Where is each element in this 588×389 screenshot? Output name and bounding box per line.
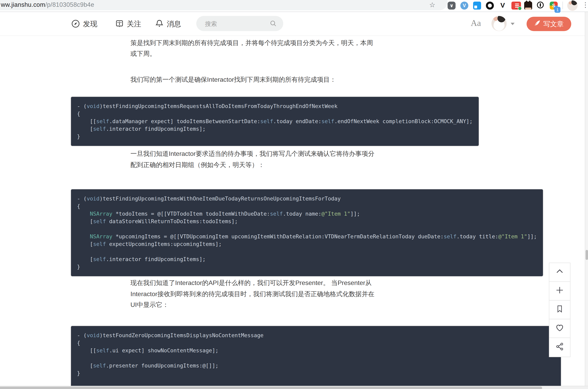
chevron-up-icon [555, 267, 564, 278]
vertical-scrollbar-thumb[interactable] [586, 250, 588, 260]
horizontal-scrollbar-thumb[interactable] [0, 387, 542, 389]
extension-s-grid-icon[interactable]: S1 [550, 1, 558, 10]
search-input[interactable] [204, 20, 266, 27]
nav-item-label: 关注 [127, 19, 141, 29]
extension-blue-tab-icon[interactable] [473, 1, 481, 10]
article-side-toolbar [549, 263, 570, 357]
share-icon [555, 342, 564, 353]
subscription-card-icon [115, 19, 124, 28]
extension-badge: 1 [554, 7, 560, 13]
code-block-interactor-test: - (void)testFindingUpcomingItemsRequests… [71, 97, 479, 146]
site-navbar: 发现 关注 消息 [0, 12, 585, 36]
compass-icon [71, 19, 80, 28]
vertical-scrollbar[interactable] [585, 12, 588, 386]
extension-v-dot-icon[interactable]: V [499, 1, 507, 10]
bookmark-star-icon[interactable]: ☆ [429, 0, 436, 10]
browser-toolbar: ww.jianshu.com/p/8103058c9b4e ☆ ∨ V V S1… [0, 0, 588, 12]
browser-profile-avatar[interactable] [567, 0, 578, 11]
follow-author-button[interactable] [549, 282, 570, 300]
bookmark-button[interactable] [549, 300, 570, 319]
article-paragraph: 现在我们知道了Interactor的API是什么样的，我们可以开发Present… [130, 277, 386, 310]
extension-onepassword-icon[interactable] [537, 1, 545, 10]
quill-icon [534, 20, 541, 28]
like-button[interactable] [549, 319, 570, 338]
nav-item-label: 消息 [167, 19, 181, 29]
extension-todo-list-icon[interactable] [512, 1, 519, 10]
write-article-label: 写文章 [543, 19, 564, 29]
article-paragraph: 我们写的第一个测试是确保Interactor找到下周末到期的所有待完成项目： [130, 74, 386, 85]
url-path: /p/8103058c9b4e [45, 1, 94, 8]
code-block-presenter-test: - (void)testFoundZeroUpcomingItemsDispla… [71, 326, 561, 389]
bookmark-icon [555, 304, 564, 315]
write-article-button[interactable]: 写文章 [527, 17, 571, 31]
url-host: ww.jianshu.com [1, 1, 45, 8]
extension-black-ring-icon[interactable] [486, 1, 494, 10]
nav-item-messages[interactable]: 消息 [155, 12, 181, 35]
extension-pocket-icon[interactable]: ∨ [448, 1, 456, 10]
page-url[interactable]: ww.jianshu.com/p/8103058c9b4e [1, 1, 94, 8]
toolbar-divider [562, 1, 563, 9]
nav-item-follow[interactable]: 关注 [115, 12, 141, 35]
bell-icon [155, 19, 164, 28]
user-avatar[interactable] [491, 16, 507, 31]
code-block-date-relation-test: - (void)testFindingUpcomingItemsWithOneI… [71, 189, 543, 277]
back-to-top-button[interactable] [549, 263, 570, 282]
share-button[interactable] [549, 338, 570, 357]
nav-item-discover[interactable]: 发现 [71, 12, 97, 35]
extension-vimium-icon[interactable]: V [460, 1, 468, 10]
article-paragraph: 一旦我们知道Interactor要求适当的待办事项，我们将写几个测试来确认它将待… [130, 148, 386, 170]
chevron-down-icon[interactable] [511, 23, 514, 25]
nav-item-label: 发现 [83, 19, 97, 29]
font-size-toggle[interactable]: Aa [471, 18, 481, 28]
plus-icon [555, 285, 564, 296]
search-box [196, 16, 283, 31]
browser-menu-icon[interactable]: ⋮ [582, 0, 588, 10]
search-icon[interactable] [270, 20, 277, 29]
heart-icon [555, 323, 564, 334]
extension-cat-icon[interactable] [524, 1, 532, 10]
page: 现的。我们将采用TDD的方式来开发我们的Interactor。它主要的业务逻辑决… [0, 0, 588, 389]
horizontal-scrollbar[interactable] [0, 386, 588, 389]
